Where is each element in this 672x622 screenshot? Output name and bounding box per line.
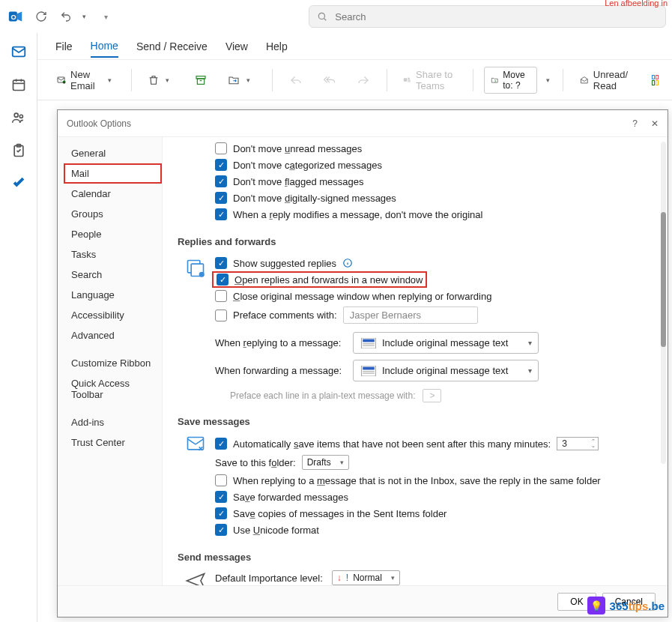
option-save-reply-same-folder[interactable]: When replying to a message that is not i… bbox=[215, 472, 647, 489]
include-text-icon bbox=[361, 338, 376, 348]
svg-point-2 bbox=[319, 13, 325, 19]
save-folder-select[interactable]: Drafts bbox=[302, 455, 349, 470]
delete-button[interactable]: ▾ bbox=[142, 71, 181, 89]
option-reply-modifies[interactable]: ✓When a reply modifies a message, don't … bbox=[215, 206, 647, 223]
option-open-new-window-highlighted[interactable]: ✓Open replies and forwards in a new wind… bbox=[212, 271, 427, 288]
tab-send-receive[interactable]: Send / Receive bbox=[136, 36, 208, 57]
options-sidebar: General Mail Calendar Groups People Task… bbox=[58, 137, 163, 585]
include-text-icon bbox=[361, 366, 376, 376]
svg-point-24 bbox=[199, 272, 205, 277]
when-replying-select[interactable]: Include original message text bbox=[353, 332, 539, 354]
mail-rail-icon[interactable] bbox=[10, 43, 27, 60]
sidebar-item-calendar[interactable]: Calendar bbox=[64, 184, 162, 204]
outlook-logo-icon: O bbox=[6, 6, 26, 27]
people-rail-icon[interactable] bbox=[10, 109, 27, 126]
search-box[interactable] bbox=[309, 5, 666, 28]
archive-button[interactable] bbox=[188, 71, 214, 89]
option-dont-move-signed[interactable]: ✓Don't move digitally-signed messages bbox=[215, 190, 647, 206]
option-dont-move-unread[interactable]: Don't move unread messages bbox=[215, 140, 647, 157]
preface-name-input: Jasper Bernaers bbox=[343, 307, 478, 324]
reply-button[interactable] bbox=[283, 71, 309, 89]
tasks-rail-icon[interactable] bbox=[10, 142, 27, 159]
undo-icon[interactable] bbox=[56, 7, 75, 26]
search-input[interactable] bbox=[333, 10, 658, 23]
sidebar-item-language[interactable]: Language bbox=[64, 285, 162, 305]
reply-icon bbox=[289, 74, 303, 86]
sidebar-item-mail[interactable]: Mail bbox=[64, 163, 162, 184]
search-icon bbox=[317, 11, 327, 22]
trash-icon bbox=[148, 74, 160, 86]
option-preface-comments[interactable]: Preface comments with: Jasper Bernaers bbox=[215, 304, 647, 326]
watermark: 💡 365tips.be bbox=[587, 597, 665, 615]
move-to-dropdown[interactable]: ▾ bbox=[545, 76, 552, 84]
dialog-footer: OK Cancel bbox=[58, 585, 668, 617]
todo-rail-icon[interactable] bbox=[10, 175, 27, 192]
categorize-icon[interactable] bbox=[652, 75, 659, 85]
sidebar-item-people[interactable]: People bbox=[64, 224, 162, 244]
replies-section-icon bbox=[185, 258, 206, 279]
title-bar: O ▾ ▾ bbox=[0, 0, 672, 33]
option-unicode[interactable]: ✓Use Unicode format bbox=[215, 522, 647, 538]
svg-rect-19 bbox=[404, 78, 407, 81]
reply-all-button[interactable] bbox=[316, 71, 343, 89]
preface-line-hint: Preface each line in a plain-text messag… bbox=[230, 389, 647, 402]
svg-point-10 bbox=[19, 115, 22, 118]
option-save-forwarded[interactable]: ✓Save forwarded messages bbox=[215, 489, 647, 505]
svg-rect-29 bbox=[363, 339, 375, 342]
options-dialog: Outlook Options ? ✕ General Mail Calenda… bbox=[57, 109, 668, 618]
new-email-button[interactable]: + New Email ▾ bbox=[51, 66, 121, 94]
sidebar-item-advanced[interactable]: Advanced bbox=[64, 325, 162, 345]
share-teams-button[interactable]: Share to Teams bbox=[397, 66, 462, 94]
calendar-rail-icon[interactable] bbox=[10, 76, 27, 93]
customize-qat-icon[interactable]: ▾ bbox=[97, 7, 116, 26]
folder-icon bbox=[491, 75, 499, 85]
watermark-logo-icon: 💡 bbox=[587, 597, 605, 615]
sidebar-item-accessibility[interactable]: Accessibility bbox=[64, 305, 162, 325]
close-icon[interactable]: ✕ bbox=[651, 118, 659, 129]
section-send-messages: Send messages bbox=[178, 552, 647, 563]
when-forwarding-select[interactable]: Include original message text bbox=[353, 360, 539, 381]
tab-view[interactable]: View bbox=[225, 36, 248, 57]
scrollbar-thumb[interactable] bbox=[661, 212, 666, 347]
tab-home[interactable]: Home bbox=[91, 35, 118, 58]
info-icon[interactable] bbox=[342, 258, 353, 268]
forward-button[interactable] bbox=[351, 71, 376, 89]
sidebar-item-tasks[interactable]: Tasks bbox=[64, 244, 162, 265]
option-save-sent-copies[interactable]: ✓Save copies of messages in the Sent Ite… bbox=[215, 505, 647, 522]
sidebar-item-addins[interactable]: Add-ins bbox=[64, 412, 162, 432]
svg-point-9 bbox=[14, 113, 18, 117]
tab-help[interactable]: Help bbox=[266, 36, 288, 57]
tab-file[interactable]: File bbox=[55, 36, 73, 57]
svg-point-20 bbox=[408, 77, 411, 79]
move-folder-button[interactable]: ▾ bbox=[221, 71, 261, 89]
sidebar-item-general[interactable]: General bbox=[64, 143, 162, 163]
sidebar-item-customize-ribbon[interactable]: Customize Ribbon bbox=[64, 353, 162, 373]
envelope-open-icon bbox=[580, 74, 589, 86]
section-replies-forwards: Replies and forwards bbox=[178, 236, 647, 247]
option-dont-move-categorized[interactable]: ✓Don't move categorized messages bbox=[215, 157, 647, 173]
ribbon: + New Email ▾ ▾ ▾ Share to Teams Move to… bbox=[37, 60, 672, 100]
undo-dropdown-icon[interactable]: ▾ bbox=[81, 13, 91, 20]
teams-icon bbox=[403, 73, 411, 87]
sync-icon[interactable] bbox=[32, 7, 51, 26]
svg-rect-21 bbox=[408, 79, 411, 82]
left-navigation-rail bbox=[0, 33, 37, 622]
sidebar-item-search[interactable]: Search bbox=[64, 265, 162, 285]
mail-icon: + bbox=[57, 74, 66, 86]
move-to-select[interactable]: Move to: ? bbox=[484, 67, 538, 94]
option-suggested-replies[interactable]: ✓Show suggested replies bbox=[215, 255, 647, 271]
option-autosave[interactable]: ✓Automatically save items that have not … bbox=[215, 435, 647, 453]
importance-select[interactable]: ↓! Normal bbox=[332, 570, 400, 585]
sidebar-item-groups[interactable]: Groups bbox=[64, 204, 162, 224]
archive-icon bbox=[194, 74, 208, 86]
option-close-original[interactable]: Close original message window when reply… bbox=[215, 288, 647, 304]
svg-rect-17 bbox=[197, 79, 204, 84]
sidebar-item-qat[interactable]: Quick Access Toolbar bbox=[64, 373, 162, 405]
help-button[interactable]: ? bbox=[632, 118, 638, 129]
unread-read-button[interactable]: Unread/ Read bbox=[574, 66, 638, 94]
option-dont-move-flagged[interactable]: ✓Don't move flagged messages bbox=[215, 173, 647, 190]
section-save-messages: Save messages bbox=[178, 416, 647, 427]
dialog-titlebar: Outlook Options ? ✕ bbox=[58, 110, 668, 137]
autosave-minutes-input[interactable]: 3 bbox=[557, 437, 599, 450]
sidebar-item-trust-center[interactable]: Trust Center bbox=[64, 432, 162, 453]
